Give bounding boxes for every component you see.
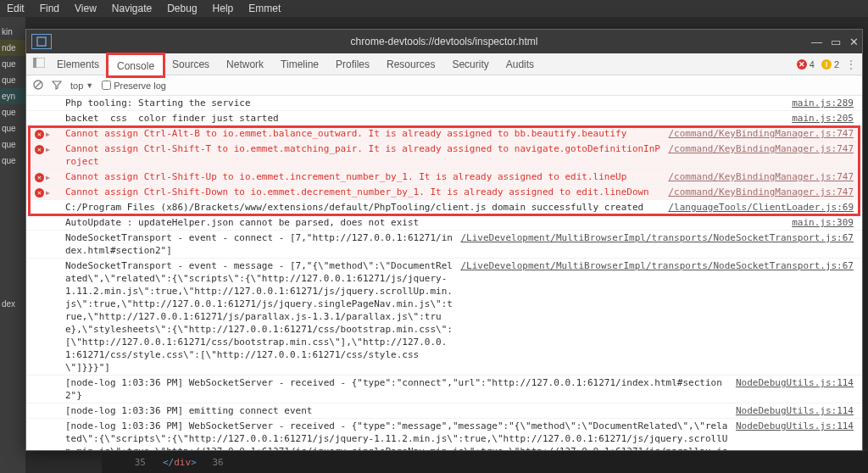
console-log-row[interactable]: [node-log 1:03:36 PM] WebSocketServer - … xyxy=(26,419,862,450)
log-message: [node-log 1:03:36 PM] WebSocketServer - … xyxy=(65,376,729,402)
console-toolbar: top ▼ Preserve log xyxy=(26,75,862,96)
sidebar-item[interactable]: que xyxy=(0,136,25,153)
warning-count: 2 xyxy=(834,59,839,70)
error-icon: ✕ xyxy=(35,145,44,154)
log-message: Cannot assign Ctrl-Shift-Up to io.emmet.… xyxy=(65,170,661,183)
log-source-link[interactable]: NodeDebugUtils.js:114 xyxy=(736,376,854,402)
more-menu-icon[interactable]: ⋮ xyxy=(846,58,857,70)
sidebar-item[interactable]: que xyxy=(0,56,25,72)
expand-icon[interactable]: ▶ xyxy=(46,128,50,141)
window-titlebar: chrome-devtools://devtools/inspector.htm… xyxy=(26,30,862,53)
execution-context-label: top xyxy=(70,81,83,91)
filter-icon[interactable] xyxy=(52,80,62,92)
tab-elements[interactable]: Elements xyxy=(48,53,108,75)
preserve-log-label: Preserve log xyxy=(114,81,166,91)
console-log-row[interactable]: [node-log 1:03:36 PM] emitting connect e… xyxy=(26,403,862,419)
error-icon: ✕ xyxy=(35,130,44,139)
tab-security[interactable]: Security xyxy=(443,53,497,75)
svg-line-4 xyxy=(36,82,41,87)
expand-icon[interactable]: ▶ xyxy=(46,171,50,184)
console-error-row[interactable]: ✕▶Cannot assign Ctrl-Alt-B to io.emmet.b… xyxy=(26,126,862,142)
log-message: backet css color finder just started xyxy=(65,112,785,125)
log-source-link[interactable]: /LiveDevelopment/MultiBrowserImpl/transp… xyxy=(460,259,854,374)
menu-emmet[interactable]: Emmet xyxy=(248,3,281,14)
sidebar-item[interactable]: que xyxy=(0,104,25,120)
log-source-link[interactable]: NodeDebugUtils.js:114 xyxy=(736,420,854,450)
preserve-log-checkbox[interactable] xyxy=(102,81,111,90)
log-message: Cannot assign Ctrl-Shift-Down to io.emme… xyxy=(65,186,661,198)
log-message: [node-log 1:03:36 PM] WebSocketServer - … xyxy=(65,420,729,450)
sidebar-item[interactable]: que xyxy=(0,153,25,169)
log-source-link[interactable]: /command/KeyBindingManager.js:747 xyxy=(668,142,854,168)
sidebar-item[interactable]: eyn xyxy=(0,88,25,104)
dock-side-icon[interactable] xyxy=(30,58,48,70)
log-message: NodeSocketTransport - event - connect - … xyxy=(65,231,453,257)
error-count: 4 xyxy=(810,59,815,70)
log-message: Php tooling: Starting the service xyxy=(65,97,785,109)
code-editor: 35 </div> 36 xyxy=(102,451,868,473)
line-number: 35 xyxy=(127,457,146,468)
console-log-row[interactable]: AutoUpdate : updateHelper.json cannot be… xyxy=(26,215,862,231)
tab-console[interactable]: Console xyxy=(108,54,164,76)
sidebar-item[interactable]: que xyxy=(0,72,25,88)
log-source-link[interactable]: /LiveDevelopment/MultiBrowserImpl/transp… xyxy=(460,231,854,257)
log-source-link[interactable]: /languageTools/ClientLoader.js:69 xyxy=(668,201,854,214)
sidebar-item[interactable]: kin xyxy=(0,24,25,40)
log-source-link[interactable]: main.js:309 xyxy=(792,216,854,229)
devtools-window: chrome-devtools://devtools/inspector.htm… xyxy=(25,29,863,451)
log-message: AutoUpdate : updateHelper.json cannot be… xyxy=(65,216,785,229)
minimize-button[interactable]: — xyxy=(811,36,822,48)
tab-profiles[interactable]: Profiles xyxy=(327,53,378,75)
error-icon: ✕ xyxy=(35,173,44,182)
menu-debug[interactable]: Debug xyxy=(167,3,197,14)
console-log-row[interactable]: NodeSocketTransport - event - connect - … xyxy=(26,231,862,259)
log-message: Cannot assign Ctrl-Shift-T to io.emmet.m… xyxy=(65,142,661,168)
log-source-link[interactable]: main.js:205 xyxy=(792,112,854,125)
console-log-row[interactable]: [node-log 1:03:36 PM] WebSocketServer - … xyxy=(26,376,862,403)
sidebar-item[interactable]: dex xyxy=(0,296,25,312)
line-number: 36 xyxy=(205,457,224,468)
expand-icon[interactable]: ▶ xyxy=(46,143,50,156)
log-message: [node-log 1:03:36 PM] emitting connect e… xyxy=(65,404,729,417)
console-output[interactable]: Php tooling: Starting the servicemain.js… xyxy=(26,96,862,450)
menu-find[interactable]: Find xyxy=(40,3,59,14)
log-source-link[interactable]: NodeDebugUtils.js:114 xyxy=(736,404,854,417)
tab-sources[interactable]: Sources xyxy=(164,53,218,75)
log-source-link[interactable]: /command/KeyBindingManager.js:747 xyxy=(668,170,854,183)
console-error-row[interactable]: ✕▶Cannot assign Ctrl-Shift-Down to io.em… xyxy=(26,185,862,200)
clear-console-icon[interactable] xyxy=(33,80,43,92)
menu-navigate[interactable]: Navigate xyxy=(112,3,152,14)
log-message: NodeSocketTransport - event - message - … xyxy=(65,259,453,374)
menu-view[interactable]: View xyxy=(75,3,97,14)
app-menu: Edit Find View Navigate Debug Help Emmet xyxy=(0,0,868,17)
console-error-row[interactable]: ✕▶Cannot assign Ctrl-Shift-T to io.emmet… xyxy=(26,142,862,170)
log-source-link[interactable]: /command/KeyBindingManager.js:747 xyxy=(668,127,854,140)
log-source-link[interactable]: main.js:289 xyxy=(792,97,854,109)
log-source-link[interactable]: /command/KeyBindingManager.js:747 xyxy=(668,186,854,198)
log-message: C:/Program Files (x86)/Brackets/www/exte… xyxy=(65,201,661,214)
menu-help[interactable]: Help xyxy=(213,3,234,14)
console-log-row[interactable]: C:/Program Files (x86)/Brackets/www/exte… xyxy=(26,200,862,215)
sidebar-item[interactable]: que xyxy=(0,120,25,136)
console-log-row[interactable]: Php tooling: Starting the servicemain.js… xyxy=(26,96,862,111)
svg-rect-2 xyxy=(33,58,36,68)
chevron-down-icon: ▼ xyxy=(86,81,93,90)
execution-context-selector[interactable]: top ▼ xyxy=(70,81,93,91)
console-log-row[interactable]: backet css color finder just startedmain… xyxy=(26,111,862,126)
console-error-row[interactable]: ✕▶Cannot assign Ctrl-Shift-Up to io.emme… xyxy=(26,170,862,185)
menu-edit[interactable]: Edit xyxy=(7,3,25,14)
console-log-row[interactable]: NodeSocketTransport - event - message - … xyxy=(26,259,862,376)
sidebar-item[interactable]: nde xyxy=(0,40,25,56)
warning-count-badge[interactable]: !2 xyxy=(821,59,839,70)
tab-resources[interactable]: Resources xyxy=(378,53,443,75)
preserve-log-toggle[interactable]: Preserve log xyxy=(102,81,166,91)
tab-timeline[interactable]: Timeline xyxy=(272,53,327,75)
close-button[interactable]: ✕ xyxy=(849,36,859,48)
error-count-badge[interactable]: ✕4 xyxy=(797,59,815,70)
error-icon: ✕ xyxy=(35,188,44,198)
window-title: chrome-devtools://devtools/inspector.htm… xyxy=(26,36,862,47)
tab-network[interactable]: Network xyxy=(218,53,272,75)
tab-audits[interactable]: Audits xyxy=(498,53,542,75)
maximize-button[interactable]: ▭ xyxy=(831,36,841,48)
expand-icon[interactable]: ▶ xyxy=(46,186,50,199)
